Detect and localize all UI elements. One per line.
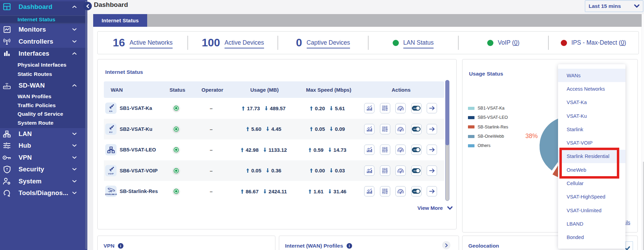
- svg-text:ON: ON: [413, 149, 416, 151]
- svg-text:ON: ON: [413, 128, 416, 130]
- svg-text:ON: ON: [413, 107, 416, 109]
- svg-text:ON: ON: [413, 170, 416, 172]
- svg-text:ON: ON: [413, 191, 416, 192]
